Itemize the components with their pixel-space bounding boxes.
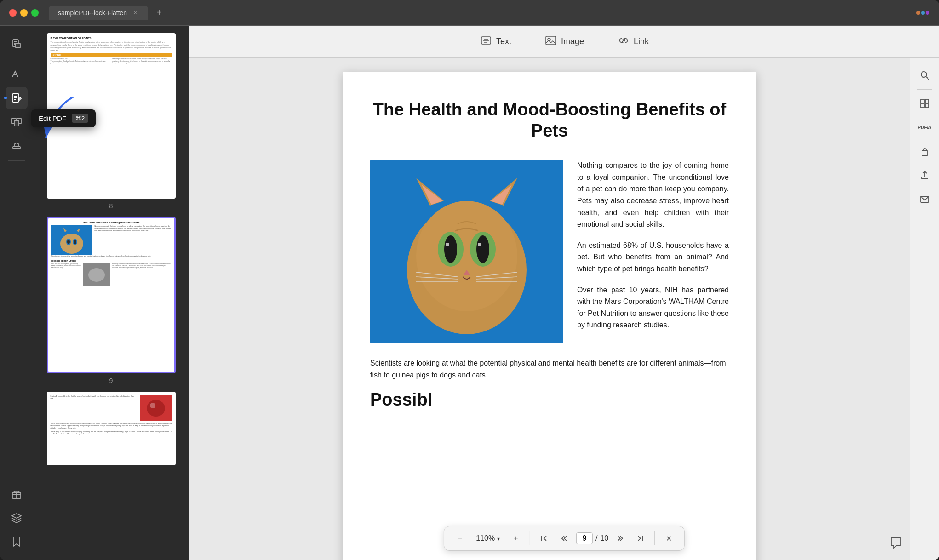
share-button[interactable] xyxy=(915,165,935,185)
pdf-page: The Health and Mood-Boosting Benefits of… xyxy=(343,72,756,560)
svg-point-33 xyxy=(147,400,165,417)
sidebar-item-edit-pdf[interactable] xyxy=(6,87,28,109)
page-text-column: Nothing compares to the joy of coming ho… xyxy=(577,160,729,343)
main-area: 3. THE COMPOSITION OF POINTS The composi… xyxy=(0,26,939,560)
thumbnail-page10[interactable]: It is totally impossible to find that th… xyxy=(42,392,180,465)
svg-rect-16 xyxy=(13,147,20,149)
thumb9-title: The Health and Mood-Boosting Benefits of… xyxy=(51,221,172,224)
text-tool-button[interactable]: Text xyxy=(472,30,519,53)
active-indicator xyxy=(4,97,7,99)
image-icon xyxy=(544,34,557,49)
svg-rect-15 xyxy=(14,120,19,126)
sidebar-item-stamp[interactable] xyxy=(6,135,28,157)
zoom-value: 110% xyxy=(476,534,495,542)
svg-rect-68 xyxy=(922,151,928,155)
page-separator: / xyxy=(595,534,597,543)
thumbnail-panel: 3. THE COMPOSITION OF POINTS The composi… xyxy=(33,26,189,560)
active-tab[interactable]: samplePDF-lock-Flatten × xyxy=(49,6,148,20)
thumbnail-page9-number: 9 xyxy=(109,377,113,384)
zoom-plus-icon: + xyxy=(514,534,518,543)
last-page-button[interactable] xyxy=(632,530,649,547)
svg-point-31 xyxy=(88,268,105,282)
thumb10-text2: "There is no simple answer about how a p… xyxy=(51,423,172,429)
top-toolbar: Text Image xyxy=(189,26,939,58)
svg-point-54 xyxy=(478,243,481,246)
thumbnail-page9[interactable]: The Health and Mood-Boosting Benefits of… xyxy=(42,217,180,384)
thumb9-lower-section: Scientists are looking at the potential … xyxy=(51,255,172,286)
traffic-lights xyxy=(9,9,39,17)
close-icon: ✕ xyxy=(666,534,672,543)
svg-point-44 xyxy=(416,201,517,311)
thumbnail-page8-number: 8 xyxy=(109,202,113,210)
first-page-button[interactable] xyxy=(536,530,552,547)
svg-point-27 xyxy=(74,240,76,244)
protected-button[interactable] xyxy=(915,141,935,161)
thumb8-col1: LINE OF KNOWLEDGE The composition of col… xyxy=(51,58,110,64)
zoom-display: 110% ▾ xyxy=(472,534,504,543)
maximize-button[interactable] xyxy=(31,9,39,17)
sidebar-item-gift[interactable] xyxy=(6,483,28,505)
minimize-button[interactable] xyxy=(20,9,28,17)
thumb8-col2: The composition of colored points. Point… xyxy=(112,58,172,64)
link-icon xyxy=(617,34,630,49)
sidebar-item-layers[interactable] xyxy=(6,507,28,529)
sidebar-divider-1 xyxy=(8,59,25,59)
link-tool-button[interactable]: Link xyxy=(610,30,656,53)
prev-page-button[interactable] xyxy=(556,530,573,547)
tooltip-shortcut: ⌘2 xyxy=(72,114,88,123)
right-sidebar-divider-1 xyxy=(917,89,932,90)
zoom-minus-button[interactable]: − xyxy=(452,530,468,547)
text-icon xyxy=(480,34,492,49)
possible-section-header: Possibl xyxy=(370,390,729,410)
scan-document-button[interactable] xyxy=(915,93,935,114)
sidebar-item-bookmark[interactable] xyxy=(6,531,28,553)
nav-divider-1 xyxy=(530,531,530,545)
page-title: The Health and Mood-Boosting Benefits of… xyxy=(370,99,729,141)
svg-point-1 xyxy=(921,11,925,15)
link-tool-label: Link xyxy=(634,37,649,46)
close-bottom-bar-button[interactable]: ✕ xyxy=(660,530,677,547)
page-input[interactable]: 9 xyxy=(576,532,593,544)
sidebar-item-document[interactable] xyxy=(6,33,28,55)
text-tool-label: Text xyxy=(496,37,511,46)
tab-close-button[interactable]: × xyxy=(132,9,139,17)
svg-point-23 xyxy=(60,234,83,254)
content-area: Text Image xyxy=(189,26,939,560)
pdf-a-button[interactable]: PDF/A xyxy=(915,117,935,137)
app-window: samplePDF-lock-Flatten × + xyxy=(0,0,939,560)
cat-photo xyxy=(370,160,563,343)
zoom-chevron-icon: ▾ xyxy=(497,536,500,542)
close-button[interactable] xyxy=(9,9,17,17)
left-sidebar xyxy=(0,26,33,560)
page-body: Nothing compares to the joy of coming ho… xyxy=(370,160,729,343)
zoom-plus-button[interactable]: + xyxy=(508,530,524,547)
thumb8-text1: The composition of colored points, Point… xyxy=(51,41,172,52)
svg-rect-7 xyxy=(16,43,20,48)
chat-button[interactable] xyxy=(886,532,906,553)
bottom-text: Scientists are looking at what the poten… xyxy=(370,357,729,381)
svg-point-51 xyxy=(444,235,457,263)
paragraph1: Nothing compares to the joy of coming ho… xyxy=(577,160,729,230)
paragraph2: An estimated 68% of U.S. households have… xyxy=(577,240,729,275)
window-icon xyxy=(916,9,930,17)
search-panel-button[interactable] xyxy=(915,65,935,86)
sidebar-item-highlight[interactable] xyxy=(6,63,28,85)
mail-button[interactable] xyxy=(915,189,935,209)
svg-point-52 xyxy=(476,235,489,263)
svg-point-0 xyxy=(916,11,920,15)
next-page-button[interactable] xyxy=(612,530,629,547)
pdf-a-label: PDF/A xyxy=(918,125,932,130)
image-tool-button[interactable]: Image xyxy=(537,30,591,53)
paragraph3: Over the past 10 years, NIH has partnere… xyxy=(577,284,729,331)
pdf-scroll-area[interactable]: The Health and Mood-Boosting Benefits of… xyxy=(189,58,910,560)
svg-rect-67 xyxy=(925,104,929,108)
thumbnail-page9-image: The Health and Mood-Boosting Benefits of… xyxy=(47,217,176,373)
possible-label: Possibl xyxy=(370,390,432,409)
edit-pdf-tooltip: Edit PDF ⌘2 xyxy=(33,109,96,127)
thumb8-string-label: String xyxy=(51,53,172,57)
new-tab-button[interactable]: + xyxy=(153,6,166,19)
sidebar-item-pages[interactable] xyxy=(6,111,28,133)
thumb9-cat-image xyxy=(51,225,92,255)
nav-divider-2 xyxy=(654,531,655,545)
bottom-navigation: − 110% ▾ + xyxy=(444,526,685,551)
